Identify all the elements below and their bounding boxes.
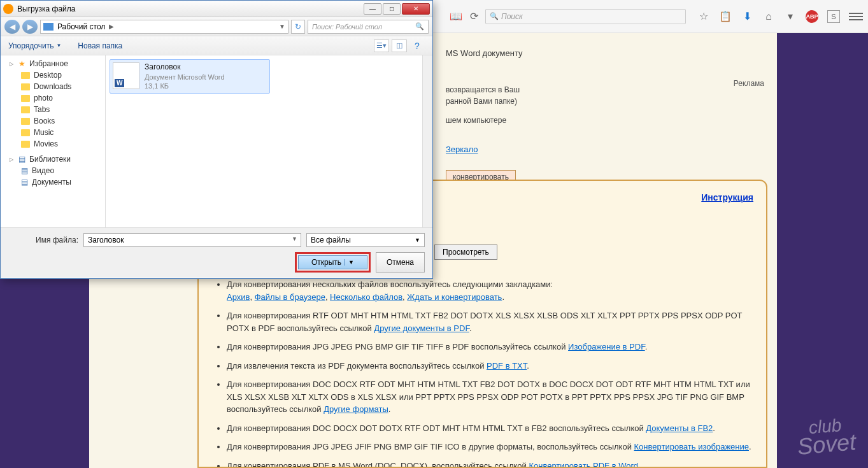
star-icon: ★ [18, 59, 25, 68]
word-doc-icon [113, 62, 139, 89]
folder-icon [21, 129, 30, 136]
list-item: Для конвертирования DOC DOCX RTF ODT MHT… [227, 378, 753, 416]
filetype-select[interactable]: Все файлы▼ [306, 233, 425, 247]
folder-icon [21, 72, 30, 79]
dialog-nav: ◀ ▶ Рабочий стол ▶ ▼ ↻ Поиск: Рабочий ст… [1, 17, 432, 36]
refresh-icon[interactable]: ⟳ [467, 10, 480, 23]
content-link[interactable]: Ждать и конвертировать [407, 292, 502, 302]
folder-icon [21, 83, 30, 90]
filename-input[interactable] [83, 233, 301, 247]
download-icon[interactable]: ⬇ [741, 10, 753, 23]
sidebar-item[interactable]: Desktop [1, 69, 105, 81]
browse-button[interactable]: Просмотреть [434, 245, 497, 260]
content-link[interactable]: Файлы в браузере [255, 292, 325, 302]
maximize-button[interactable]: □ [383, 3, 401, 15]
content-link[interactable]: Документы в FB2 [646, 423, 713, 433]
list-item: Для конвертирования JPG JPEG PNG BMP GIF… [227, 341, 753, 353]
dialog-toolbar: Упорядочить▼ Новая папка ☰▾ ◫ ? [1, 36, 432, 55]
home-icon[interactable]: ⌂ [762, 10, 775, 23]
folder-icon [21, 118, 30, 125]
hamburger-icon[interactable] [849, 10, 863, 24]
content-link[interactable]: Изображение в PDF [568, 342, 645, 351]
open-button[interactable]: Открыть▼ [298, 255, 367, 269]
content-link[interactable]: Архив [227, 292, 250, 302]
list-item: Для извлечения текста из PDF документа в… [227, 360, 753, 372]
content-link[interactable]: Несколько файлов [330, 292, 402, 302]
cancel-button[interactable]: Отмена [376, 252, 425, 273]
content-link[interactable]: Другие форматы [324, 404, 388, 414]
file-list[interactable]: Заголовок Документ Microsoft Word 13,1 К… [106, 55, 432, 227]
list-item: Для конвертирования нескольких файлов во… [227, 278, 753, 303]
dialog-search-input[interactable]: Поиск: Рабочий стол 🔍 [308, 20, 429, 34]
preview-pane-button[interactable]: ◫ [392, 39, 407, 52]
folder-icon [21, 141, 30, 148]
content-link[interactable]: Конвертировать изображение [634, 442, 749, 451]
scrollbar[interactable] [422, 55, 432, 227]
list-item: Для конвертирования JPG JPEG JFIF PNG BM… [227, 441, 753, 453]
content-link[interactable]: Конвертировать PDF в Word [529, 461, 638, 469]
organize-menu[interactable]: Упорядочить▼ [8, 41, 61, 50]
sidebar-item[interactable]: Tabs [1, 104, 105, 115]
folder-icon [21, 95, 30, 102]
page-heading: MS Word документу [446, 47, 523, 60]
dialog-sidebar: ▷★ Избранное DesktopDownloadsphotoTabsBo… [1, 55, 106, 227]
breadcrumb-arrow-icon[interactable]: ▶ [109, 23, 114, 30]
nav-forward-button[interactable]: ▶ [22, 20, 38, 34]
nav-back-button[interactable]: ◀ [4, 20, 20, 34]
sidebar-item[interactable]: Movies [1, 138, 105, 150]
abp-icon[interactable]: ABP [806, 10, 818, 23]
close-button[interactable]: ✕ [402, 3, 430, 15]
breadcrumb-dropdown-icon[interactable]: ▼ [279, 23, 285, 30]
library-icon: ▤ [21, 166, 28, 175]
filename-label: Имя файла: [8, 236, 78, 245]
browser-search-input[interactable]: Поиск [485, 9, 686, 24]
ad-label: Реклама [734, 79, 764, 88]
file-dialog: Выгрузка файла — □ ✕ ◀ ▶ Рабочий стол ▶ … [0, 0, 433, 279]
mirror-link[interactable]: Зеркало [446, 145, 478, 154]
dialog-titlebar: Выгрузка файла — □ ✕ [1, 1, 432, 17]
sidebar-item[interactable]: Books [1, 115, 105, 127]
content-link[interactable]: Другие документы в PDF [374, 323, 469, 333]
desktop-icon [43, 23, 53, 31]
new-folder-button[interactable]: Новая папка [78, 41, 122, 50]
sidebar-favorites-header[interactable]: ▷★ Избранное [1, 58, 105, 69]
view-options-button[interactable]: ☰▾ [374, 39, 389, 52]
list-item: Для конвертирования PDF в MS Word (DOC, … [227, 460, 753, 469]
partial-text-2: шем компьютере [446, 116, 506, 125]
library-icon[interactable]: 📋 [719, 10, 732, 23]
folder-icon [21, 106, 30, 113]
library-icon: ▤ [21, 178, 28, 187]
minimize-button[interactable]: — [364, 3, 381, 15]
file-size: 13,1 КБ [145, 82, 225, 90]
list-item: Для конвертирования DOC DOCX DOT DOTX RT… [227, 422, 753, 435]
sidebar-item[interactable]: Downloads [1, 81, 105, 92]
sidebar-libraries-header[interactable]: ▷▤ Библиотеки [1, 153, 105, 165]
file-name: Заголовок [145, 62, 225, 73]
sidebar-item[interactable]: ▤Документы [1, 176, 105, 188]
bullet-list: Для конвертирования нескольких файлов во… [211, 278, 753, 468]
sidebar-item[interactable]: photo [1, 92, 105, 104]
list-item: Для конвертирования RTF ODT MHT HTM HTML… [227, 309, 753, 334]
firefox-icon [3, 4, 13, 14]
content-link[interactable]: PDF в TXT [487, 361, 527, 371]
breadcrumb-label: Рабочий стол [57, 22, 105, 31]
reader-icon[interactable]: 📖 [450, 10, 462, 23]
open-button-highlight: Открыть▼ [295, 252, 371, 273]
file-item[interactable]: Заголовок Документ Microsoft Word 13,1 К… [110, 59, 270, 94]
watermark: clubSovet [795, 416, 857, 458]
dialog-title: Выгрузка файла [17, 4, 364, 13]
breadcrumb[interactable]: Рабочий стол ▶ ▼ [40, 20, 288, 34]
addon-icon[interactable]: S [827, 10, 840, 23]
bookmark-icon[interactable]: ☆ [697, 10, 710, 23]
file-type: Документ Microsoft Word [145, 73, 225, 82]
dialog-footer: Имя файла: ▼ Все файлы▼ Открыть▼ Отмена [1, 227, 432, 278]
nav-refresh-button[interactable]: ↻ [291, 20, 305, 34]
sidebar-item[interactable]: Music [1, 127, 105, 138]
help-icon[interactable]: ? [409, 39, 425, 52]
partial-text-1: возвращается в Ваш ранной Вами папке) [446, 84, 520, 107]
library-icon: ▤ [18, 155, 25, 164]
sidebar-item[interactable]: ▤Видео [1, 165, 105, 176]
pocket-icon[interactable]: ▾ [784, 10, 797, 23]
